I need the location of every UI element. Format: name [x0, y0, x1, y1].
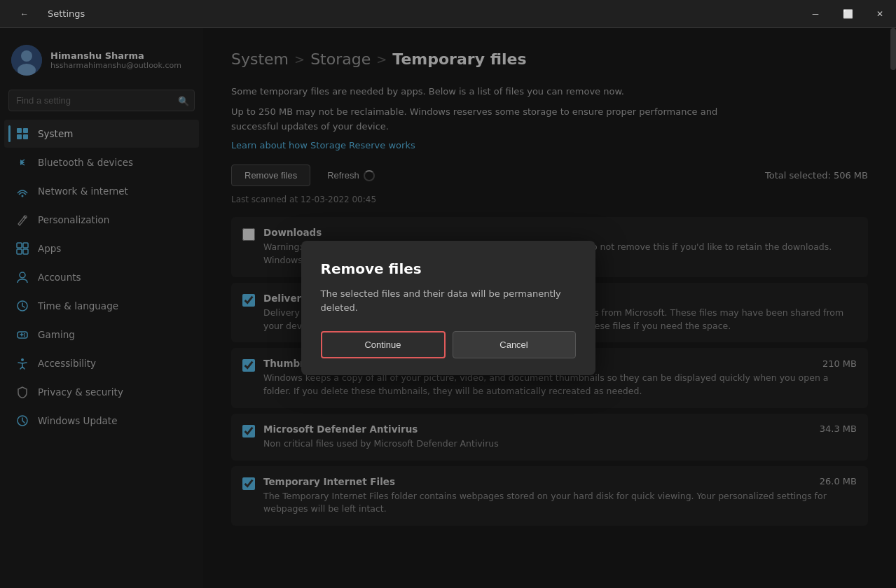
back-button[interactable]: ←	[8, 0, 41, 28]
modal-title: Remove files	[321, 260, 576, 277]
titlebar: ← Settings ─ ⬜ ✕	[0, 0, 896, 28]
titlebar-left: ← Settings	[8, 0, 85, 28]
minimize-button[interactable]: ─	[799, 0, 832, 28]
maximize-icon: ⬜	[843, 9, 853, 19]
app-title: Settings	[48, 8, 85, 19]
modal-buttons: Continue Cancel	[321, 331, 576, 358]
modal-cancel-button[interactable]: Cancel	[453, 331, 576, 358]
maximize-button[interactable]: ⬜	[832, 0, 864, 28]
modal-continue-button[interactable]: Continue	[321, 331, 446, 358]
close-icon: ✕	[876, 9, 883, 19]
back-icon: ←	[20, 9, 29, 19]
window-controls: ─ ⬜ ✕	[799, 0, 896, 28]
minimize-icon: ─	[813, 9, 819, 19]
remove-files-modal: Remove files The selected files and thei…	[301, 241, 595, 375]
modal-overlay[interactable]: Remove files The selected files and thei…	[0, 28, 896, 588]
modal-body: The selected files and their data will b…	[321, 287, 576, 314]
close-button[interactable]: ✕	[864, 0, 896, 28]
